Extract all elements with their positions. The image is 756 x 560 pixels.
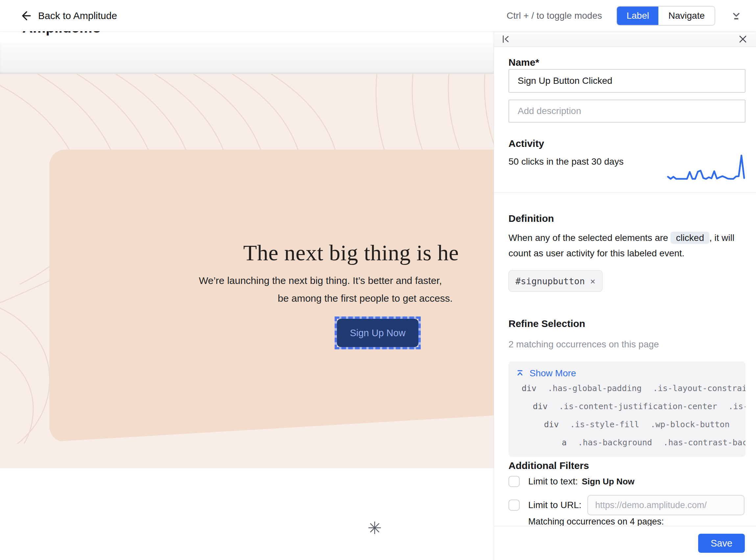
mode-segmented-control: Label Navigate	[616, 6, 715, 26]
close-panel-icon[interactable]	[737, 33, 749, 45]
screen: Amplidemo	[0, 0, 756, 560]
activity-sparkline-chart	[667, 153, 745, 184]
selector-class: .is-style-fill	[570, 420, 639, 429]
mode-shortcut-hint: Ctrl + / to toggle modes	[506, 11, 602, 21]
save-button[interactable]: Save	[698, 534, 745, 553]
sign-up-now-label: Sign Up Now	[350, 328, 405, 339]
limit-to-text-label: Limit to text:	[528, 476, 578, 487]
description-input[interactable]	[509, 100, 745, 123]
collapse-panel-icon[interactable]	[500, 33, 512, 45]
limit-to-url-row: Limit to URL:	[509, 495, 745, 515]
limit-to-text-checkbox[interactable]	[509, 476, 520, 487]
hero-subtitle-line2: be among the first people to get access.	[278, 293, 453, 304]
selector-class: .has-background	[578, 438, 652, 447]
remove-selector-icon[interactable]: ×	[590, 276, 595, 286]
page-header-band	[0, 43, 494, 74]
minimize-toolbar-icon[interactable]	[730, 9, 743, 22]
additional-filters-heading: Additional Filters	[509, 459, 745, 472]
selector-code-line[interactable]: a.has-background.has-contrast-backgrou	[516, 434, 745, 452]
show-more-label: Show More	[530, 367, 576, 379]
selector-class: .is-la	[729, 402, 745, 411]
selector-tag-name: div	[522, 383, 536, 393]
selector-tag-name: a	[562, 438, 567, 447]
selector-code-line[interactable]: div.has-global-padding.is-layout-constra…	[516, 379, 745, 397]
selector-class: .is-layout-constraine	[653, 383, 745, 393]
selector-class: .wp-block-button	[651, 420, 730, 429]
selector-class: .has-contrast-backgrou	[663, 438, 745, 447]
name-field-label: Name*	[509, 56, 745, 69]
matching-occurrences-text: 2 matching occurrences on this page	[509, 339, 745, 350]
labeling-panel: Name* Activity 50 clicks in the past 30 …	[494, 31, 756, 560]
navigate-mode-button[interactable]: Navigate	[658, 6, 715, 25]
sign-up-now-button[interactable]: Sign Up Now	[337, 319, 418, 347]
selector-tag-name: div	[533, 402, 548, 411]
hero-heading: The next big thing is he	[243, 240, 459, 266]
label-mode-button[interactable]: Label	[616, 6, 659, 26]
selector-tag-chip[interactable]: #signupbutton ×	[509, 270, 602, 292]
panel-footer: Save	[494, 526, 756, 560]
asterisk-logo-glyph: ✳	[367, 518, 382, 538]
page-site-title: Amplidemo	[22, 31, 101, 36]
selector-lines: div.has-global-padding.is-layout-constra…	[516, 379, 745, 452]
limit-to-url-label: Limit to URL:	[528, 500, 581, 511]
definition-heading: Definition	[509, 212, 745, 225]
matching-pages-note: Matching occurrences on 4 pages:	[528, 516, 745, 526]
event-name-input[interactable]	[509, 69, 745, 93]
activity-summary: 50 clicks in the past 30 days	[509, 153, 623, 167]
activity-row: 50 clicks in the past 30 days	[509, 153, 745, 185]
hero-section: The next big thing is he We’re launching…	[0, 74, 494, 468]
selector-code-line[interactable]: div.is-content-justification-center.is-l…	[516, 397, 745, 415]
selector-class: .is-content-justification-center	[559, 402, 717, 411]
top-toolbar: Back to Amplitude Ctrl + / to toggle mod…	[0, 0, 756, 31]
clicked-trigger-pill[interactable]: clicked	[671, 232, 709, 244]
show-more-link[interactable]: Show More	[516, 367, 576, 379]
panel-body: Name* Activity 50 clicks in the past 30 …	[494, 47, 756, 526]
hero-subtitle-line1: We’re launching the next big thing. It’s…	[199, 275, 442, 286]
limit-to-text-value: Sign Up Now	[582, 477, 634, 487]
back-arrow-icon[interactable]	[18, 9, 32, 22]
limit-to-url-input[interactable]	[588, 495, 744, 515]
limit-to-url-checkbox[interactable]	[509, 500, 520, 511]
selector-tag-name: div	[544, 420, 559, 429]
refine-selection-heading: Refine Selection	[509, 317, 745, 330]
definition-text-before: When any of the selected elements are	[509, 233, 671, 243]
definition-text: When any of the selected elements are cl…	[509, 230, 745, 261]
activity-heading: Activity	[509, 137, 745, 150]
limit-to-text-row: Limit to text: Sign Up Now	[509, 474, 745, 489]
selector-code-line[interactable]: div.is-style-fill.wp-block-button	[516, 415, 745, 434]
selector-class: .has-global-padding	[548, 383, 642, 393]
panel-header	[494, 31, 756, 47]
selector-tag-label: #signupbutton	[515, 276, 585, 286]
element-selection-overlay: Sign Up Now	[335, 317, 421, 349]
back-to-amplitude-link[interactable]: Back to Amplitude	[38, 10, 117, 21]
section-divider	[494, 192, 756, 193]
page-viewport: Amplidemo	[0, 31, 494, 560]
selector-code-block: Show More div.has-global-padding.is-layo…	[509, 361, 745, 457]
